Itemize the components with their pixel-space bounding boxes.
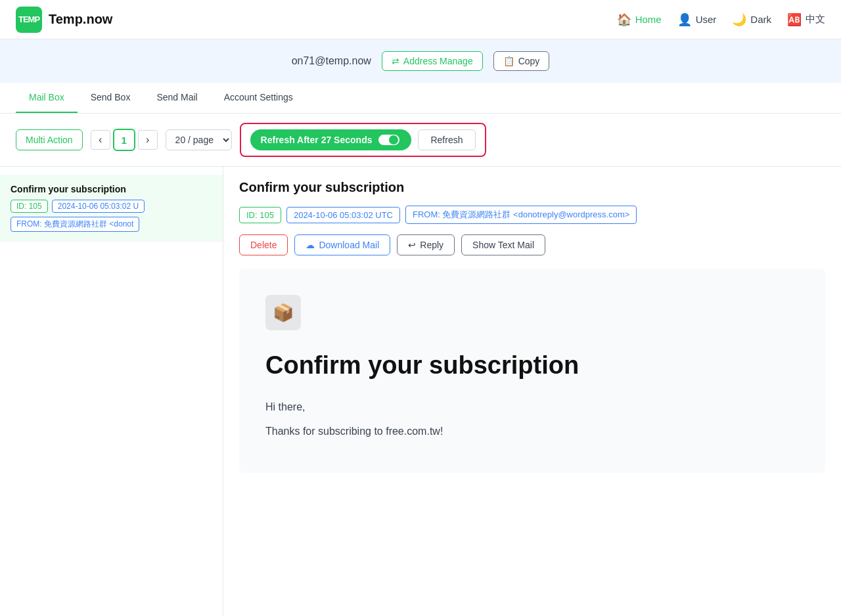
pagination: ‹ 1 › [91,129,158,151]
multi-action-button[interactable]: Multi Action [16,129,83,150]
mail-meta-from: FROM: 免費資源網路社群 <donotreply@wordpress.com… [405,206,637,224]
moon-icon: 🌙 [732,12,746,27]
email-logo-icon: 📦 [265,295,301,330]
mail-actions: Delete ☁ Download Mail ↩ Reply Show Text… [239,234,825,255]
tab-send-mail[interactable]: Send Mail [143,83,210,113]
mail-id-tag[interactable]: ID: 105 [11,200,48,213]
reply-icon: ↩ [408,240,416,250]
nav-lang[interactable]: 🆎 中文 [787,12,825,27]
lang-icon: 🆎 [787,12,802,27]
download-button[interactable]: ☁ Download Mail [294,234,390,255]
mail-meta-date: 2024-10-06 05:03:02 UTC [286,207,400,223]
nav-home[interactable]: 🏠 Home [617,12,662,27]
next-page-button[interactable]: › [138,130,158,150]
navbar: TEMP Temp.now 🏠 Home 👤 User 🌙 Dark 🆎 中文 [0,0,841,39]
email-body: 📦 Confirm your subscription Hi there, Th… [239,269,825,473]
mail-date-tag[interactable]: 2024-10-06 05:03:02 U [52,200,145,213]
mail-item-tags: ID: 105 2024-10-06 05:03:02 U FROM: 免費資源… [11,200,212,232]
user-icon: 👤 [677,12,692,27]
delete-label: Delete [250,240,277,250]
tab-send-box[interactable]: Send Box [78,83,144,113]
toggle-knob [389,135,398,144]
brand-name: Temp.now [49,12,112,27]
mail-subject-title: Confirm your subscription [239,180,825,195]
main-layout: Confirm your subscription ID: 105 2024-1… [0,167,841,616]
address-manage-label: Address Manage [403,56,473,66]
list-item[interactable]: Confirm your subscription ID: 105 2024-1… [0,175,223,242]
mail-content: Confirm your subscription ID: 105 2024-1… [223,167,841,616]
email-para-2: Thanks for subscribing to free.com.tw! [265,422,799,440]
tabs-bar: Mail Box Send Box Send Mail Account Sett… [0,83,841,114]
reply-button[interactable]: ↩ Reply [397,234,455,255]
auto-refresh-toggle[interactable] [377,133,401,146]
brand: TEMP Temp.now [16,7,112,33]
refresh-timer-label: Refresh After 27 Seconds [261,135,373,145]
mail-from-tag[interactable]: FROM: 免費資源網路社群 <donot [11,217,139,232]
prev-page-button[interactable]: ‹ [91,130,110,150]
address-manage-button[interactable]: ⇄ Address Manage [382,51,483,71]
tab-mail-box[interactable]: Mail Box [16,83,78,113]
email-heading: Confirm your subscription [265,351,799,380]
email-bar: on71@temp.now ⇄ Address Manage 📋 Copy [0,39,841,83]
multi-action-label: Multi Action [26,135,73,145]
nav-user-label: User [696,14,717,25]
reply-label: Reply [420,240,443,250]
delete-button[interactable]: Delete [239,234,288,255]
navbar-nav: 🏠 Home 👤 User 🌙 Dark 🆎 中文 [617,12,825,27]
page-size-select[interactable]: 20 / page 50 / page [166,129,232,150]
refresh-timer-button[interactable]: Refresh After 27 Seconds [250,129,412,150]
nav-dark[interactable]: 🌙 Dark [732,12,771,27]
tab-account-settings[interactable]: Account Settings [211,83,306,113]
download-label: Download Mail [319,240,379,250]
copy-button[interactable]: 📋 Copy [493,51,550,71]
nav-home-label: Home [635,14,662,25]
brand-logo: TEMP [16,7,42,33]
page-current: 1 [113,129,135,151]
copy-icon: 📋 [503,56,514,66]
refresh-button[interactable]: Refresh [418,129,475,150]
nav-user[interactable]: 👤 User [677,12,717,27]
copy-label: Copy [518,56,540,66]
download-icon: ☁ [306,240,315,250]
refresh-area: Refresh After 27 Seconds Refresh [240,123,486,157]
address-manage-icon: ⇄ [392,56,399,66]
refresh-label: Refresh [430,135,463,145]
sidebar: Confirm your subscription ID: 105 2024-1… [0,167,223,616]
mail-meta: ID: 105 2024-10-06 05:03:02 UTC FROM: 免費… [239,206,825,224]
nav-dark-label: Dark [750,14,771,25]
show-text-mail-button[interactable]: Show Text Mail [461,234,545,255]
show-text-label: Show Text Mail [472,240,534,250]
toolbar: Multi Action ‹ 1 › 20 / page 50 / page R… [0,114,841,167]
email-address: on71@temp.now [292,55,371,67]
nav-lang-label: 中文 [806,13,825,26]
home-icon: 🏠 [617,12,631,27]
email-para-1: Hi there, [265,398,799,416]
mail-meta-id: ID: 105 [239,207,281,223]
mail-item-subject: Confirm your subscription [11,184,212,194]
